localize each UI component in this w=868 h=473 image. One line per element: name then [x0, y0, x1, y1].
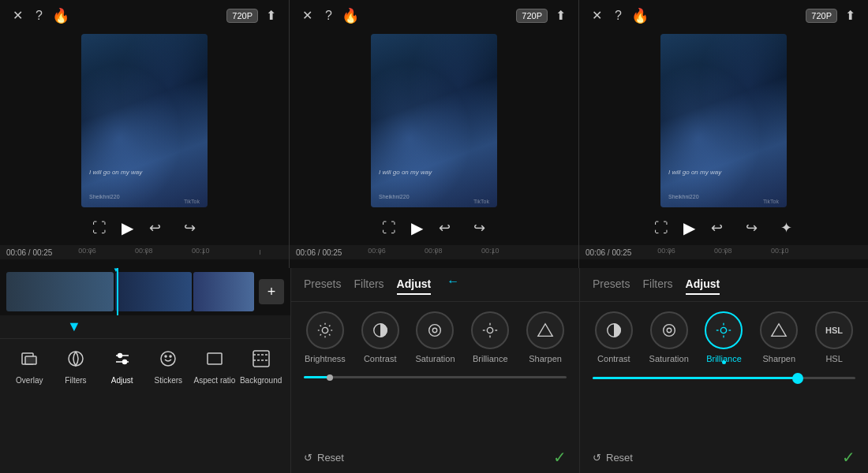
play-button-2[interactable]: ▶ [411, 218, 423, 237]
saturation-label: Saturation [415, 354, 455, 363]
adjust-sharpen[interactable]: Sharpen [522, 311, 569, 363]
contrast-label: Contrast [364, 354, 397, 363]
slider-row-right [580, 364, 868, 385]
overlay-icon [20, 349, 39, 373]
toolbar-stickers[interactable]: Stickers [147, 349, 190, 385]
adjust-contrast[interactable]: Contrast [357, 311, 404, 363]
upload-button-3[interactable]: ⬆ [842, 6, 859, 24]
toolbar-filters[interactable]: Filters [54, 349, 97, 385]
toolbar-background[interactable]: Background [239, 349, 282, 385]
help-button-1[interactable]: ? [32, 7, 46, 24]
play-button-3[interactable]: ▶ [683, 218, 695, 237]
clip-3[interactable] [193, 272, 255, 311]
adjust-brilliance-right[interactable]: Brilliance [700, 311, 747, 363]
panel-2-header: ✕ ? 🔥 720P ⬆ [290, 0, 578, 31]
adjust-saturation[interactable]: Saturation [411, 311, 458, 363]
svg-point-2 [69, 352, 83, 366]
svg-point-25 [433, 328, 438, 333]
tabs-row-left: Presets Filters Adjust ← [291, 268, 579, 302]
clip-2[interactable] [115, 272, 192, 311]
adjust-icons-row-left: Brightness Contrast Satu [291, 302, 579, 363]
saturation-right-icon [650, 311, 688, 349]
svg-point-14 [322, 327, 327, 333]
saturation-icon [416, 311, 454, 349]
brilliance-label-left: Brilliance [473, 354, 508, 363]
tab-adjust-right[interactable]: Adjust [686, 274, 720, 295]
video-tiktok-2: TikTok [473, 199, 489, 204]
adjust-sharpen-right[interactable]: Sharpen [755, 311, 803, 363]
adjust-hsl[interactable]: HSL HSL [810, 311, 858, 363]
resolution-badge-1[interactable]: 720P [226, 9, 258, 23]
tab-presets-right[interactable]: Presets [593, 274, 630, 295]
confirm-button-left[interactable]: ✓ [553, 448, 567, 467]
video-preview-2: I will go on my way Sheikhni220 TikTok [371, 34, 497, 207]
resolution-badge-3[interactable]: 720P [806, 9, 837, 23]
timeline-row-3: 00:06 / 00:25 00:06 00:08 00:10 [579, 245, 868, 259]
tab-filters-left[interactable]: Filters [354, 274, 383, 295]
toolbar-overlay[interactable]: Overlay [8, 349, 51, 385]
svg-point-26 [488, 327, 493, 333]
redo-button-2[interactable]: ↪ [467, 215, 492, 240]
adjust-brightness[interactable]: Brightness [301, 311, 349, 363]
time-label-2: 00:06 / 00:25 [296, 248, 342, 257]
upload-button-2[interactable]: ⬆ [552, 6, 569, 24]
reset-button-right[interactable]: ↺ Reset [593, 452, 633, 464]
adjust-icon [113, 349, 132, 373]
adjust-brilliance[interactable]: Brilliance [466, 311, 514, 363]
redo-button-1[interactable]: ↪ [178, 215, 203, 240]
stickers-icon [159, 349, 178, 373]
undo-button-1[interactable]: ↩ [143, 215, 168, 240]
toolbar-filters-label: Filters [65, 376, 86, 385]
undo-button-3[interactable]: ↩ [705, 215, 730, 240]
undo-button-2[interactable]: ↩ [432, 215, 458, 240]
aspect-ratio-icon [205, 349, 224, 373]
magic-button-3[interactable]: ✦ [774, 215, 799, 240]
bottom-actions-left: ↺ Reset ✓ [291, 441, 579, 473]
svg-point-35 [721, 327, 727, 333]
svg-rect-11 [253, 351, 269, 367]
resolution-badge-2[interactable]: 720P [516, 9, 548, 23]
sharpen-right-icon [760, 311, 798, 349]
help-button-2[interactable]: ? [322, 7, 335, 24]
tabs-row-right: Presets Filters Adjust [580, 268, 868, 302]
video-panel-1: ✕ ? 🔥 720P ⬆ I will go on my way Sheikhn… [0, 0, 290, 268]
contrast-icon [361, 311, 399, 349]
fullscreen-button-1[interactable]: ⛶ [87, 215, 112, 240]
svg-rect-10 [208, 353, 222, 364]
video-text-3: I will go on my way [668, 169, 721, 176]
fullscreen-button-2[interactable]: ⛶ [376, 215, 402, 240]
close-button-1[interactable]: ✕ [9, 6, 26, 24]
sharpen-label: Sharpen [529, 354, 562, 363]
clip-1[interactable] [6, 272, 114, 311]
svg-rect-1 [25, 356, 36, 364]
upload-button-1[interactable]: ⬆ [263, 6, 279, 24]
toolbar-aspect-ratio[interactable]: Aspect ratio [193, 349, 236, 385]
slider-track-left[interactable] [304, 376, 567, 378]
play-button-1[interactable]: ▶ [122, 218, 133, 237]
toolbar-overlay-label: Overlay [16, 376, 43, 385]
slider-row-left [291, 363, 579, 385]
brilliance-right-icon [705, 311, 743, 349]
help-button-3[interactable]: ? [612, 7, 625, 24]
confirm-button-right[interactable]: ✓ [842, 448, 855, 467]
add-clip-button[interactable]: + [259, 279, 284, 304]
tab-adjust-left[interactable]: Adjust [397, 274, 432, 295]
reset-button-left[interactable]: ↺ Reset [304, 452, 344, 464]
tab-presets-left[interactable]: Presets [304, 274, 341, 295]
fullscreen-button-3[interactable]: ⛶ [649, 215, 674, 240]
adjust-saturation-right[interactable]: Saturation [645, 311, 693, 363]
close-button-2[interactable]: ✕ [299, 6, 316, 24]
close-button-3[interactable]: ✕ [589, 6, 605, 24]
sharpen-icon [526, 311, 564, 349]
tab-filters-right[interactable]: Filters [642, 274, 672, 295]
reset-icon-right: ↺ [593, 452, 601, 464]
toolbar-adjust[interactable]: Adjust [100, 349, 144, 385]
redo-button-3[interactable]: ↪ [739, 215, 765, 240]
slider-track-right[interactable] [593, 377, 855, 379]
adjust-contrast-right[interactable]: Contrast [590, 311, 638, 363]
panel-1-header: ✕ ? 🔥 720P ⬆ [0, 0, 289, 31]
reset-label-right: Reset [606, 452, 633, 464]
tab-arrow-left: ← [447, 274, 459, 295]
svg-point-34 [667, 328, 672, 333]
flame-icon-1: 🔥 [52, 7, 69, 24]
